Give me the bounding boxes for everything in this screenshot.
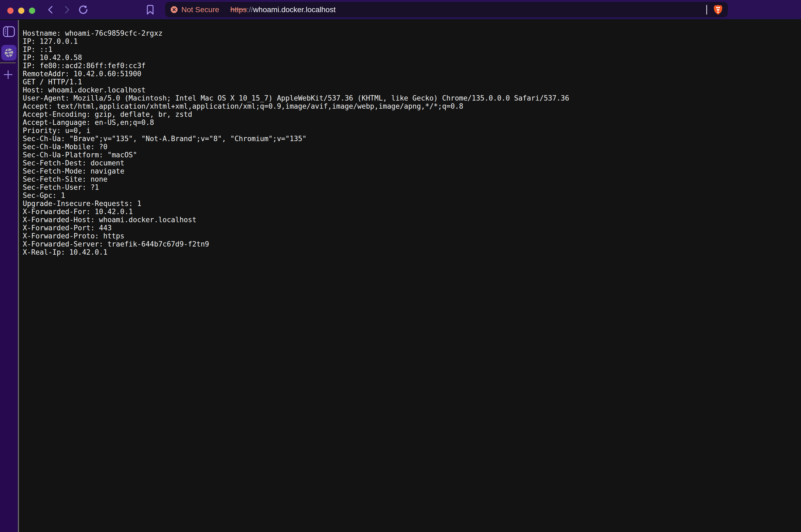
forward-button[interactable] [61, 0, 73, 19]
output-line: X-Forwarded-Host: whoami.docker.localhos… [23, 216, 801, 224]
output-line: Sec-Fetch-Mode: navigate [23, 167, 801, 175]
url-text: https://whoami.docker.localhost [230, 6, 335, 14]
reload-icon [78, 4, 89, 15]
output-line: Host: whoami.docker.localhost [23, 86, 801, 94]
output-line: Sec-Fetch-Site: none [23, 175, 801, 183]
active-tab-whoami[interactable] [1, 45, 17, 60]
vertical-tabs-sidebar [0, 20, 18, 532]
browser-toolbar: Not Secure https://whoami.docker.localho… [0, 0, 801, 19]
output-line: Sec-Fetch-Dest: document [23, 159, 801, 167]
output-line: X-Forwarded-For: 10.42.0.1 [23, 208, 801, 216]
output-line: Sec-Fetch-User: ?1 [23, 183, 801, 191]
output-line: IP: 127.0.0.1 [23, 37, 801, 45]
globe-icon [4, 48, 14, 58]
output-line: IP: ::1 [23, 45, 801, 54]
output-line: Sec-Ch-Ua-Platform: "macOS" [23, 151, 801, 159]
output-line: Upgrade-Insecure-Requests: 1 [23, 200, 801, 208]
close-window-button[interactable] [7, 7, 14, 14]
web-content-area: Hostname: whoami-76c9859cfc-2rgxzIP: 127… [19, 20, 801, 532]
brave-shields-button[interactable] [714, 5, 723, 15]
chevron-left-icon [47, 5, 55, 14]
url-scheme-separator: :// [247, 5, 253, 14]
fullscreen-window-button[interactable] [29, 7, 35, 14]
back-button[interactable] [44, 0, 57, 19]
plus-icon [3, 69, 14, 80]
output-line: IP: 10.42.0.58 [23, 54, 801, 62]
output-line: X-Real-Ip: 10.42.0.1 [23, 248, 801, 256]
output-line: GET / HTTP/1.1 [23, 78, 801, 86]
output-line: Sec-Ch-Ua-Mobile: ?0 [23, 143, 801, 151]
output-line: Sec-Gpc: 1 [23, 191, 801, 200]
brave-lion-shield-icon [714, 5, 723, 15]
site-security-chip[interactable]: Not Secure [170, 6, 219, 14]
tab-section-divider [0, 62, 16, 63]
output-line: Sec-Ch-Ua: "Brave";v="135", "Not-A.Brand… [23, 135, 801, 143]
output-line: Hostname: whoami-76c9859cfc-2rgxz [23, 29, 801, 37]
chevron-right-icon [63, 5, 71, 14]
address-bar[interactable]: Not Secure https://whoami.docker.localho… [165, 2, 728, 17]
url-scheme: https [230, 5, 247, 14]
url-host: whoami.docker.localhost [253, 5, 335, 14]
output-line: Priority: u=0, i [23, 127, 801, 135]
not-secure-label: Not Secure [181, 6, 219, 14]
output-line: Accept-Encoding: gzip, deflate, br, zstd [23, 110, 801, 118]
output-line: RemoteAddr: 10.42.0.60:51900 [23, 70, 801, 78]
output-line: X-Forwarded-Proto: https [23, 232, 801, 240]
output-line: User-Agent: Mozilla/5.0 (Macintosh; Inte… [23, 94, 801, 102]
bookmark-button[interactable] [144, 0, 156, 19]
sidebar-panel-icon [3, 26, 15, 37]
sidebar-toggle-button[interactable] [3, 26, 15, 37]
output-line: Accept-Language: en-US,en;q=0.8 [23, 118, 801, 127]
whoami-output: Hostname: whoami-76c9859cfc-2rgxzIP: 127… [19, 20, 801, 256]
reload-button[interactable] [77, 0, 89, 19]
bookmark-icon [146, 4, 154, 15]
output-line: IP: fe80::acd2:86ff:fef0:cc3f [23, 62, 801, 70]
output-line: X-Forwarded-Port: 443 [23, 224, 801, 232]
new-tab-button[interactable] [2, 69, 14, 80]
not-secure-octagon-icon [170, 6, 178, 13]
output-line: Accept: text/html,application/xhtml+xml,… [23, 102, 801, 110]
minimize-window-button[interactable] [18, 7, 24, 14]
addressbar-divider [706, 5, 707, 15]
output-line: X-Forwarded-Server: traefik-644b7c67d9-f… [23, 240, 801, 248]
